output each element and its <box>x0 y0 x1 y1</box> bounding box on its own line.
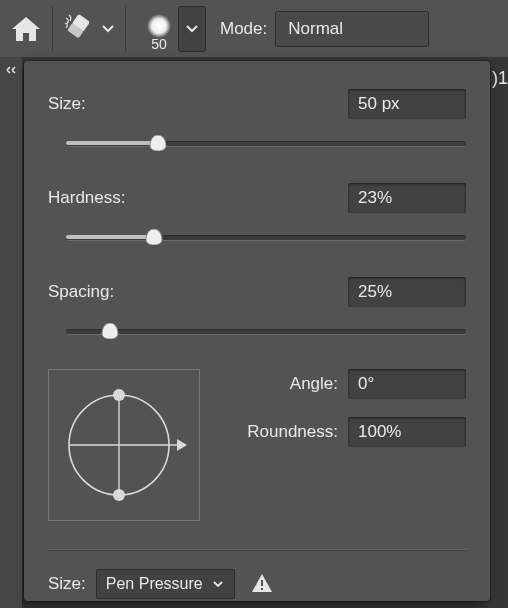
svg-point-7 <box>113 489 125 501</box>
angle-input[interactable]: 0° <box>348 369 466 399</box>
dynamics-value: Pen Pressure <box>106 575 203 593</box>
svg-point-2 <box>147 14 171 38</box>
dynamics-label: Size: <box>48 574 86 594</box>
panel-divider <box>48 549 466 551</box>
chevron-down-icon <box>211 577 225 591</box>
spacing-label: Spacing: <box>48 282 114 302</box>
mode-label: Mode: <box>220 19 267 39</box>
background-text: )1 <box>492 68 508 89</box>
left-tool-strip <box>0 83 22 608</box>
svg-rect-9 <box>261 588 263 590</box>
warning-icon <box>251 573 273 596</box>
hardness-input[interactable]: 23% <box>348 183 466 213</box>
brush-tool-slot[interactable] <box>63 12 115 45</box>
brush-preset-dropdown[interactable] <box>178 6 206 52</box>
mode-select[interactable]: Normal <box>275 11 429 47</box>
dynamics-row: Size: Pen Pressure <box>48 569 466 599</box>
top-toolbar: 50 Mode: Normal <box>0 0 508 57</box>
angle-roundness-block: Angle: 0° Roundness: 100% <box>48 369 466 521</box>
angle-preview[interactable] <box>48 369 200 521</box>
home-icon[interactable] <box>10 15 42 43</box>
brush-preview[interactable]: 50 <box>144 7 174 51</box>
mode-value: Normal <box>288 19 343 39</box>
eraser-icon <box>63 12 93 45</box>
brush-size-number: 50 <box>151 37 167 51</box>
hardness-row: Hardness: 23% <box>48 183 466 213</box>
size-slider[interactable] <box>66 141 466 147</box>
dynamics-select[interactable]: Pen Pressure <box>96 569 235 599</box>
slider-thumb-icon[interactable] <box>149 135 167 151</box>
brush-settings-panel: Size: 50 px Hardness: 23% Spacing: 25% <box>24 61 490 601</box>
spacing-row: Spacing: 25% <box>48 277 466 307</box>
toolbar-divider <box>125 6 126 52</box>
spacing-slider[interactable] <box>66 329 466 335</box>
angle-label: Angle: <box>290 374 338 394</box>
size-input[interactable]: 50 px <box>348 89 466 119</box>
slider-thumb-icon[interactable] <box>145 229 163 245</box>
chevron-down-icon[interactable] <box>101 22 115 36</box>
size-label: Size: <box>48 94 86 114</box>
hardness-slider[interactable] <box>66 235 466 241</box>
panel-expander[interactable] <box>0 57 22 83</box>
toolbar-divider <box>52 6 53 52</box>
size-row: Size: 50 px <box>48 89 466 119</box>
slider-thumb-icon[interactable] <box>101 323 119 339</box>
svg-rect-8 <box>261 580 263 586</box>
spacing-input[interactable]: 25% <box>348 277 466 307</box>
hardness-label: Hardness: <box>48 188 125 208</box>
roundness-label: Roundness: <box>247 422 338 442</box>
roundness-input[interactable]: 100% <box>348 417 466 447</box>
svg-point-6 <box>113 389 125 401</box>
